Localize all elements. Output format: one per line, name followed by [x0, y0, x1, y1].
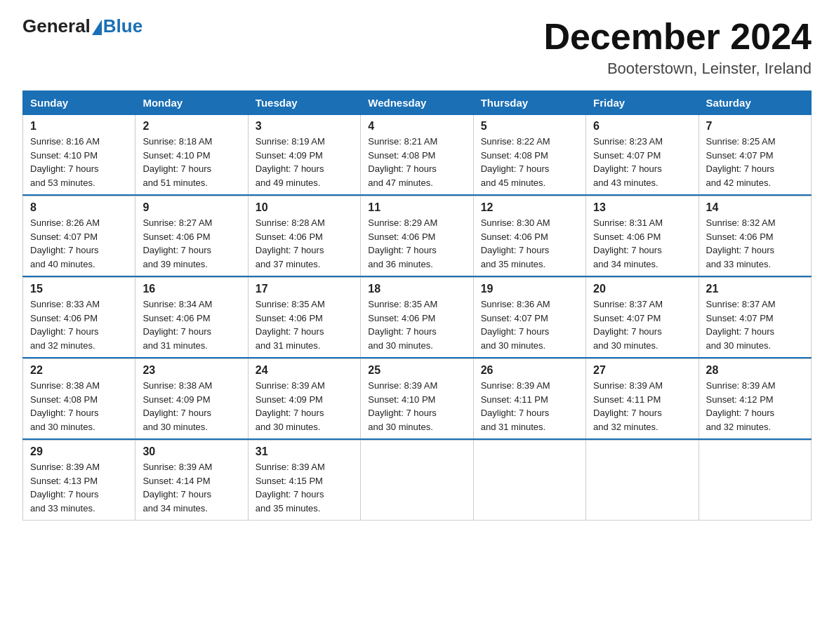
day-info: Sunrise: 8:39 AMSunset: 4:13 PMDaylight:…	[30, 460, 128, 515]
day-number: 20	[593, 283, 691, 295]
day-number: 18	[368, 283, 465, 295]
header-monday: Monday	[135, 91, 248, 115]
day-info: Sunrise: 8:38 AMSunset: 4:08 PMDaylight:…	[30, 379, 128, 434]
day-info: Sunrise: 8:39 AMSunset: 4:12 PMDaylight:…	[706, 379, 804, 434]
day-number: 3	[256, 120, 353, 133]
logo-triangle-icon	[92, 20, 102, 35]
calendar-cell: 16Sunrise: 8:34 AMSunset: 4:06 PMDayligh…	[135, 278, 248, 358]
week-row-3: 15Sunrise: 8:33 AMSunset: 4:06 PMDayligh…	[23, 278, 812, 358]
day-info: Sunrise: 8:39 AMSunset: 4:15 PMDaylight:…	[256, 460, 353, 515]
day-info: Sunrise: 8:21 AMSunset: 4:08 PMDaylight:…	[368, 135, 465, 189]
day-info: Sunrise: 8:39 AMSunset: 4:09 PMDaylight:…	[256, 379, 353, 434]
calendar-cell: 22Sunrise: 8:38 AMSunset: 4:08 PMDayligh…	[23, 359, 135, 440]
calendar-cell: 19Sunrise: 8:36 AMSunset: 4:07 PMDayligh…	[473, 278, 585, 358]
day-number: 27	[593, 364, 691, 377]
day-number: 8	[30, 201, 128, 214]
day-info: Sunrise: 8:30 AMSunset: 4:06 PMDaylight:…	[481, 216, 578, 271]
day-number: 16	[143, 283, 240, 295]
day-number: 7	[706, 120, 804, 133]
header-tuesday: Tuesday	[248, 91, 360, 115]
day-number: 11	[368, 201, 465, 214]
logo: General Blue	[22, 17, 143, 35]
day-number: 29	[30, 445, 128, 458]
day-info: Sunrise: 8:23 AMSunset: 4:07 PMDaylight:…	[593, 135, 691, 189]
header-thursday: Thursday	[473, 91, 585, 115]
day-number: 30	[143, 445, 240, 458]
calendar-cell: 7Sunrise: 8:25 AMSunset: 4:07 PMDaylight…	[699, 115, 811, 196]
calendar-cell: 14Sunrise: 8:32 AMSunset: 4:06 PMDayligh…	[699, 196, 811, 277]
calendar-cell: 28Sunrise: 8:39 AMSunset: 4:12 PMDayligh…	[699, 359, 811, 440]
day-info: Sunrise: 8:39 AMSunset: 4:14 PMDaylight:…	[143, 460, 240, 515]
day-info: Sunrise: 8:19 AMSunset: 4:09 PMDaylight:…	[256, 135, 353, 189]
header-sunday: Sunday	[23, 91, 135, 115]
day-number: 12	[481, 201, 578, 214]
calendar-cell: 10Sunrise: 8:28 AMSunset: 4:06 PMDayligh…	[248, 196, 360, 277]
day-number: 4	[368, 120, 465, 133]
day-info: Sunrise: 8:39 AMSunset: 4:11 PMDaylight:…	[481, 379, 578, 434]
day-info: Sunrise: 8:26 AMSunset: 4:07 PMDaylight:…	[30, 216, 128, 271]
day-info: Sunrise: 8:35 AMSunset: 4:06 PMDaylight:…	[256, 297, 353, 352]
day-number: 28	[706, 364, 804, 377]
calendar-cell: 12Sunrise: 8:30 AMSunset: 4:06 PMDayligh…	[473, 196, 585, 277]
calendar-cell: 31Sunrise: 8:39 AMSunset: 4:15 PMDayligh…	[248, 441, 360, 521]
day-info: Sunrise: 8:27 AMSunset: 4:06 PMDaylight:…	[143, 216, 240, 271]
calendar-cell: 25Sunrise: 8:39 AMSunset: 4:10 PMDayligh…	[361, 359, 473, 440]
day-info: Sunrise: 8:28 AMSunset: 4:06 PMDaylight:…	[256, 216, 353, 271]
day-info: Sunrise: 8:39 AMSunset: 4:11 PMDaylight:…	[593, 379, 691, 434]
calendar-cell: 21Sunrise: 8:37 AMSunset: 4:07 PMDayligh…	[699, 278, 811, 358]
calendar-cell: 6Sunrise: 8:23 AMSunset: 4:07 PMDaylight…	[586, 115, 699, 196]
calendar-cell: 18Sunrise: 8:35 AMSunset: 4:06 PMDayligh…	[361, 278, 473, 358]
day-info: Sunrise: 8:32 AMSunset: 4:06 PMDaylight:…	[706, 216, 804, 271]
calendar-cell: 23Sunrise: 8:38 AMSunset: 4:09 PMDayligh…	[135, 359, 248, 440]
day-info: Sunrise: 8:29 AMSunset: 4:06 PMDaylight:…	[368, 216, 465, 271]
calendar-cell	[586, 441, 699, 521]
day-number: 17	[256, 283, 353, 295]
day-info: Sunrise: 8:16 AMSunset: 4:10 PMDaylight:…	[30, 135, 128, 189]
day-number: 23	[143, 364, 240, 377]
calendar-cell: 9Sunrise: 8:27 AMSunset: 4:06 PMDaylight…	[135, 196, 248, 277]
logo-blue: Blue	[103, 17, 143, 35]
day-number: 19	[481, 283, 578, 295]
day-number: 10	[256, 201, 353, 214]
location-title: Booterstown, Leinster, Ireland	[543, 60, 812, 78]
day-info: Sunrise: 8:38 AMSunset: 4:09 PMDaylight:…	[143, 379, 240, 434]
calendar-table: SundayMondayTuesdayWednesdayThursdayFrid…	[22, 90, 812, 521]
calendar-cell	[361, 441, 473, 521]
calendar-cell	[699, 441, 811, 521]
calendar-cell: 2Sunrise: 8:18 AMSunset: 4:10 PMDaylight…	[135, 115, 248, 196]
day-info: Sunrise: 8:22 AMSunset: 4:08 PMDaylight:…	[481, 135, 578, 189]
calendar-cell	[473, 441, 585, 521]
calendar-cell: 29Sunrise: 8:39 AMSunset: 4:13 PMDayligh…	[23, 441, 135, 521]
calendar-cell: 3Sunrise: 8:19 AMSunset: 4:09 PMDaylight…	[248, 115, 360, 196]
day-number: 26	[481, 364, 578, 377]
title-block: December 2024 Booterstown, Leinster, Ire…	[543, 17, 812, 78]
calendar-cell: 26Sunrise: 8:39 AMSunset: 4:11 PMDayligh…	[473, 359, 585, 440]
day-info: Sunrise: 8:33 AMSunset: 4:06 PMDaylight:…	[30, 297, 128, 352]
calendar-cell: 20Sunrise: 8:37 AMSunset: 4:07 PMDayligh…	[586, 278, 699, 358]
calendar-cell: 4Sunrise: 8:21 AMSunset: 4:08 PMDaylight…	[361, 115, 473, 196]
day-number: 14	[706, 201, 804, 214]
calendar-cell: 15Sunrise: 8:33 AMSunset: 4:06 PMDayligh…	[23, 278, 135, 358]
calendar-cell: 13Sunrise: 8:31 AMSunset: 4:06 PMDayligh…	[586, 196, 699, 277]
day-number: 13	[593, 201, 691, 214]
calendar-cell: 5Sunrise: 8:22 AMSunset: 4:08 PMDaylight…	[473, 115, 585, 196]
day-info: Sunrise: 8:25 AMSunset: 4:07 PMDaylight:…	[706, 135, 804, 189]
day-number: 25	[368, 364, 465, 377]
logo-general: General	[22, 17, 91, 35]
day-info: Sunrise: 8:37 AMSunset: 4:07 PMDaylight:…	[593, 297, 691, 352]
day-number: 1	[30, 120, 128, 133]
day-number: 21	[706, 283, 804, 295]
month-title: December 2024	[543, 17, 812, 57]
calendar-cell: 17Sunrise: 8:35 AMSunset: 4:06 PMDayligh…	[248, 278, 360, 358]
calendar-cell: 11Sunrise: 8:29 AMSunset: 4:06 PMDayligh…	[361, 196, 473, 277]
day-number: 15	[30, 283, 128, 295]
day-number: 31	[256, 445, 353, 458]
header-saturday: Saturday	[699, 91, 811, 115]
day-number: 9	[143, 201, 240, 214]
calendar-cell: 1Sunrise: 8:16 AMSunset: 4:10 PMDaylight…	[23, 115, 135, 196]
calendar-cell: 27Sunrise: 8:39 AMSunset: 4:11 PMDayligh…	[586, 359, 699, 440]
calendar-cell: 30Sunrise: 8:39 AMSunset: 4:14 PMDayligh…	[135, 441, 248, 521]
day-number: 2	[143, 120, 240, 133]
day-number: 22	[30, 364, 128, 377]
day-info: Sunrise: 8:36 AMSunset: 4:07 PMDaylight:…	[481, 297, 578, 352]
